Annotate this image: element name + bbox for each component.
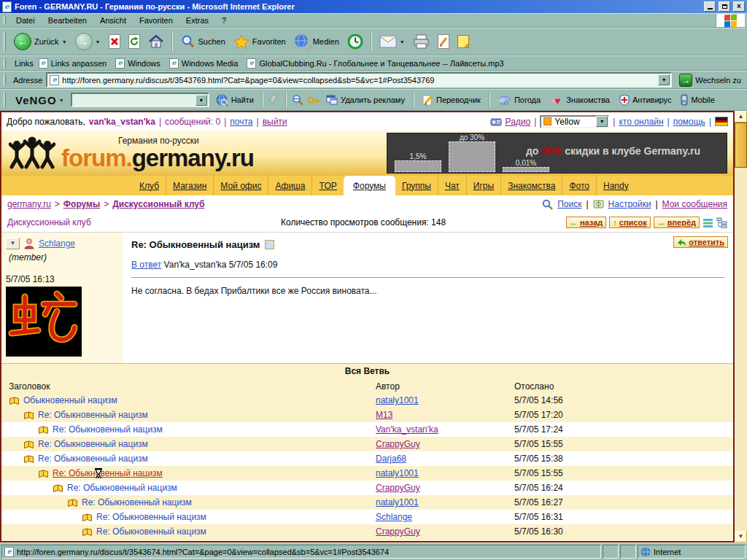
nav-tab[interactable]: Игры (466, 176, 500, 195)
author-link[interactable]: Van'ka_vstan'ka (376, 424, 438, 435)
menu-item[interactable]: Bearbeiten (42, 15, 93, 26)
toolbar-grip[interactable] (4, 93, 6, 107)
forward-button[interactable]: → ▼ (71, 30, 104, 53)
history-button[interactable] (344, 30, 367, 53)
thread-link[interactable]: Обыкновенный нацизм (23, 395, 117, 405)
minimize-button[interactable] (704, 1, 716, 12)
breadcrumb-root[interactable]: germany.ru (7, 199, 51, 209)
breadcrumb-club[interactable]: Дискуссионный клуб (112, 199, 204, 209)
radio-link[interactable]: Радио (506, 117, 531, 127)
address-input[interactable]: e http://foren.germany.ru/discus/t/35437… (46, 72, 672, 88)
style-select-dropdown[interactable]: ▼ (596, 116, 608, 127)
mobile-button[interactable]: Mobile (678, 94, 717, 106)
zoom-icon[interactable] (292, 94, 303, 106)
scrollbar-thumb[interactable] (735, 122, 747, 168)
my-messages-link[interactable]: Мои сообщения (662, 199, 727, 209)
thread-link[interactable]: Re: Обыкновенный нацизм (96, 526, 206, 537)
mail-button[interactable]: ▼ (376, 30, 409, 53)
chevron-down-icon[interactable]: ▼ (400, 39, 405, 44)
scrollbar-track[interactable] (735, 168, 747, 531)
nav-tab[interactable]: TOP (311, 176, 343, 195)
vengo-logo[interactable]: VeNGO ▼ (13, 94, 67, 106)
style-select[interactable]: Yellow ▼ (540, 115, 609, 128)
nav-tab[interactable]: Афиша (268, 176, 311, 195)
home-button[interactable] (144, 30, 168, 53)
search-button[interactable]: Suchen (177, 30, 229, 53)
print-button[interactable] (409, 30, 433, 53)
author-link[interactable]: M13 (376, 410, 392, 420)
back-button[interactable]: ← Zurück ▼ (10, 30, 71, 53)
menu-item[interactable]: Ansicht (93, 15, 133, 26)
menu-item[interactable]: ? (215, 15, 233, 26)
author-link[interactable]: CrappyGuy (376, 483, 420, 493)
menu-item[interactable]: Favoriten (133, 15, 179, 26)
collapse-post-button[interactable]: ▼ (6, 238, 20, 249)
author-link[interactable]: CrappyGuy (376, 439, 420, 449)
search-link[interactable]: Поиск (557, 199, 581, 209)
thread-link[interactable]: Re: Обыкновенный нацизм (67, 483, 177, 493)
nav-tab[interactable]: Форумы (344, 176, 395, 195)
thread-link[interactable]: Re: Обыкновенный нацизм (38, 454, 148, 464)
author-link[interactable]: Darja68 (376, 454, 406, 464)
menu-item[interactable]: Datei (9, 15, 42, 26)
thread-link[interactable]: Re: Обыкновенный нацизм (53, 424, 163, 435)
nav-tab[interactable]: Клуб (133, 176, 166, 195)
remove-ads-button[interactable]: Удалить рекламу (323, 95, 408, 105)
address-dropdown-button[interactable]: ▼ (658, 74, 670, 85)
reply-button[interactable]: ответить (673, 236, 728, 248)
thread-link[interactable]: Re: Обыкновенный нацизм (53, 468, 163, 478)
chevron-down-icon[interactable]: ▼ (59, 98, 65, 103)
post-link-icon[interactable] (265, 240, 274, 249)
nav-tab[interactable]: Магазин (166, 176, 213, 195)
scroll-up-button[interactable]: ▲ (735, 111, 747, 122)
ad-banner[interactable]: 1,5% до 30% 0,01% до 30% скидки в клубе … (387, 133, 727, 174)
nav-tab[interactable]: Знакомства (500, 176, 562, 195)
highlighter-icon-disabled[interactable] (268, 94, 280, 106)
links-bar-item[interactable]: e Windows (115, 58, 160, 69)
media-button[interactable]: ♪ Medien (290, 30, 343, 53)
key-icon[interactable] (307, 95, 320, 106)
antivirus-button[interactable]: Антивирус (616, 94, 674, 106)
mail-link[interactable]: почта (230, 117, 252, 127)
weather-button[interactable]: Погода (495, 95, 543, 106)
chevron-down-icon[interactable]: ▼ (62, 39, 67, 44)
forward-post-button[interactable]: →вперёд (654, 217, 700, 228)
nav-tab[interactable]: Мой офис (213, 176, 268, 195)
germany-flag-icon[interactable] (715, 117, 728, 126)
dating-button[interactable]: ♥ ♥ Знакомства (547, 95, 613, 106)
links-bar-item[interactable]: e Links anpassen (39, 58, 107, 69)
vengo-search-input[interactable]: ▼ (71, 93, 209, 107)
author-link[interactable]: nataly1001 (376, 395, 419, 405)
toolbar-grip[interactable] (4, 74, 6, 85)
help-link[interactable]: помощь (673, 117, 705, 127)
author-link[interactable]: nataly1001 (376, 468, 419, 478)
author-link[interactable]: nataly1001 (376, 497, 419, 508)
site-logo[interactable]: Германия по-русски forum.germany.ru (61, 136, 254, 170)
edit-button[interactable] (434, 30, 453, 53)
toolbar-grip[interactable] (4, 58, 6, 68)
refresh-button[interactable] (125, 30, 144, 53)
thread-link[interactable]: Re: Обыкновенный нацизм (38, 439, 148, 449)
author-link[interactable]: CrappyGuy (376, 526, 420, 537)
notes-button[interactable] (454, 30, 473, 53)
toolbar-grip[interactable] (4, 32, 6, 50)
tree-view-icon[interactable] (716, 217, 727, 228)
thread-link[interactable]: Re: Обыкновенный нацизм (38, 410, 148, 420)
settings-link[interactable]: Настройки (608, 199, 651, 209)
vengo-find-button[interactable]: Найти (213, 94, 257, 106)
nav-tab[interactable]: Фото (562, 176, 596, 195)
translator-button[interactable]: Переводчик (419, 95, 484, 106)
menu-item[interactable]: Extras (179, 15, 215, 26)
thread-link[interactable]: Re: Обыкновенный нацизм (96, 512, 206, 522)
go-button[interactable]: → Wechseln zu (676, 74, 745, 87)
in-reply-to-link[interactable]: В ответ (131, 260, 161, 270)
close-button[interactable]: × (733, 1, 745, 12)
vengo-search-dropdown[interactable]: ▼ (196, 95, 207, 106)
restore-button[interactable] (719, 1, 730, 12)
links-bar-item[interactable]: e GlobalClubbing.Ru - Глобальнее и Танце… (247, 58, 503, 69)
stop-button[interactable] (105, 30, 124, 53)
nav-tab[interactable]: Чат (438, 176, 466, 195)
back-post-button[interactable]: ←назад (566, 217, 606, 228)
nav-tab[interactable]: Handy (596, 176, 635, 195)
links-bar-item[interactable]: e Windows Media (169, 58, 239, 69)
